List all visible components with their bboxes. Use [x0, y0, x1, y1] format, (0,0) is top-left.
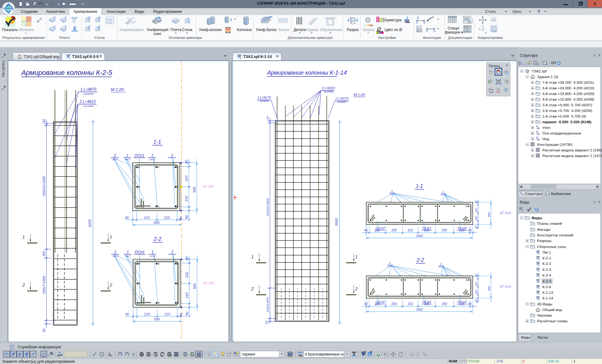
svg-text:Z: Z	[98, 25, 101, 29]
svg-text:110: 110	[475, 208, 478, 213]
svg-text:40: 40	[179, 312, 184, 317]
svg-text:212: 212	[407, 229, 413, 232]
svg-text:150: 150	[475, 216, 478, 221]
svg-text:ø20А500: ø20А500	[337, 101, 347, 103]
svg-text:max: max	[107, 18, 112, 21]
svg-text:X: X	[88, 16, 91, 19]
svg-text:АТ-014: АТ-014	[500, 285, 511, 288]
svg-text:230: 230	[391, 229, 397, 232]
svg-text:2: 2	[171, 250, 174, 254]
svg-text:40: 40	[475, 274, 478, 277]
svg-text:500: 500	[154, 221, 160, 224]
svg-text:1 L=6170: 1 L=6170	[258, 96, 271, 99]
svg-text:1 L=6170: 1 L=6170	[335, 97, 348, 100]
svg-text:40: 40	[364, 302, 368, 306]
svg-text:225: 225	[459, 229, 465, 232]
svg-text:200х4=800: 200х4=800	[266, 297, 269, 313]
svg-text:ø12А400: ø12А400	[83, 105, 94, 108]
svg-text:225: 225	[459, 302, 465, 306]
svg-text:40: 40	[185, 311, 190, 316]
svg-text:ОСп1: ОСп1	[134, 153, 144, 158]
svg-text:225: 225	[374, 302, 380, 306]
svg-text:500: 500	[193, 283, 196, 289]
svg-text:500: 500	[192, 187, 196, 193]
svg-text:1: 1	[440, 262, 442, 265]
svg-text:3ø12А400: 3ø12А400	[324, 91, 334, 93]
svg-text:1: 1	[251, 254, 254, 259]
svg-text:шп.2: шп.2	[125, 158, 130, 161]
svg-text:1-1: 1-1	[153, 139, 161, 145]
svg-text:200х13=2600: 200х13=2600	[42, 176, 46, 197]
svg-text:Армирование колонны К-2-5: Армирование колонны К-2-5	[21, 69, 113, 76]
svg-text:200х7=1400: 200х7=1400	[42, 276, 46, 294]
svg-text:40: 40	[125, 216, 129, 219]
svg-text:1: 1	[151, 153, 153, 158]
svg-text:№: №	[299, 354, 302, 357]
svg-text:ОСп1: ОСп1	[135, 250, 144, 254]
svg-text:100: 100	[42, 251, 46, 257]
svg-text:Y: Y	[64, 16, 67, 19]
svg-text:АТ-005: АТ-005	[203, 281, 215, 285]
svg-text:210: 210	[144, 312, 150, 316]
svg-text:40: 40	[468, 302, 472, 306]
svg-text:2 L=4610: 2 L=4610	[79, 99, 96, 104]
svg-text:A: A	[416, 25, 418, 29]
svg-text:3 L=5910: 3 L=5910	[322, 87, 335, 90]
svg-text:шп.2: шп.2	[150, 255, 155, 257]
svg-text:АТ-005: АТ-005	[203, 185, 214, 188]
svg-text:1: 1	[391, 189, 393, 193]
svg-text:ø20А500: ø20А500	[260, 100, 269, 102]
svg-text:X: X	[121, 353, 122, 356]
svg-text:1: 1	[389, 261, 390, 265]
svg-text:40: 40	[184, 214, 189, 219]
svg-text:шп.3: шп.3	[112, 158, 118, 161]
svg-text:2: 2	[171, 153, 173, 158]
svg-text:1: 1	[126, 153, 129, 158]
svg-text:200х23=4600: 200х23=4600	[266, 198, 269, 217]
svg-text:210: 210	[164, 216, 170, 219]
svg-text:X: X	[53, 16, 56, 19]
svg-text:M: M	[419, 25, 422, 28]
svg-text:2: 2	[114, 250, 116, 254]
svg-text:230: 230	[391, 302, 397, 306]
svg-text:1452: 1452	[416, 308, 423, 311]
svg-text:250: 250	[442, 302, 447, 306]
svg-text:Z: Z	[88, 25, 91, 29]
svg-text:40: 40	[125, 312, 129, 316]
svg-text:М 1:20: М 1:20	[354, 93, 365, 97]
svg-text:1: 1	[110, 234, 112, 240]
svg-text:500: 500	[154, 317, 160, 321]
svg-text:5500: 5500	[335, 218, 338, 226]
svg-text:210: 210	[185, 175, 188, 182]
svg-text:4200: 4200	[88, 219, 92, 227]
svg-text:2: 2	[355, 286, 358, 291]
svg-text:40: 40	[185, 160, 188, 164]
svg-text:шп.2: шп.2	[149, 158, 155, 161]
svg-text:2: 2	[22, 282, 25, 288]
svg-text:X: X	[98, 16, 101, 19]
svg-text:Армирование колонны К-1-14: Армирование колонны К-1-14	[267, 69, 347, 76]
svg-text:210: 210	[185, 196, 188, 202]
svg-text:2-2: 2-2	[153, 236, 162, 242]
svg-text:250: 250	[442, 229, 447, 232]
svg-text:1: 1	[22, 234, 25, 240]
svg-text:150: 150	[475, 290, 478, 294]
svg-text:2: 2	[251, 286, 254, 291]
svg-text:50: 50	[265, 320, 268, 324]
svg-text:1: 1	[127, 250, 129, 254]
svg-text:210: 210	[164, 312, 170, 316]
svg-text:40: 40	[475, 299, 478, 303]
svg-text:ø20А400: ø20А400	[83, 92, 94, 95]
svg-text:40: 40	[468, 229, 472, 232]
svg-text:М 1:20: М 1:20	[111, 87, 124, 92]
svg-text:300: 300	[487, 212, 491, 217]
svg-text:40: 40	[185, 256, 189, 260]
svg-text:X: X	[53, 25, 56, 29]
svg-text:шп.2: шп.2	[125, 255, 131, 257]
svg-text:210: 210	[185, 292, 189, 298]
svg-text:40: 40	[364, 229, 368, 232]
svg-text:40: 40	[178, 216, 183, 221]
svg-text:1452: 1452	[416, 234, 423, 238]
svg-text:1-1: 1-1	[416, 183, 423, 189]
svg-text:1: 1	[152, 250, 154, 254]
